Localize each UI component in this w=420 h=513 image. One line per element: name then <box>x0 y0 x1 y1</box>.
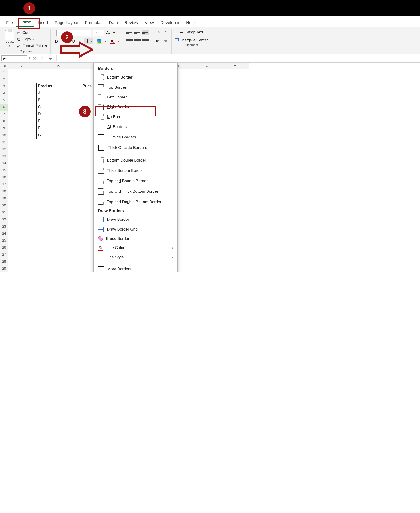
cell[interactable] <box>37 188 81 195</box>
cell[interactable] <box>221 244 249 251</box>
cell[interactable] <box>8 188 37 195</box>
row-header-26[interactable]: 26 <box>0 244 8 251</box>
cell[interactable] <box>37 251 81 258</box>
row-header-4[interactable]: 4 <box>0 90 8 97</box>
row-header-8[interactable]: 8 <box>0 118 8 125</box>
cell[interactable] <box>193 223 221 230</box>
cell[interactable] <box>221 181 249 188</box>
cell[interactable] <box>8 97 37 104</box>
merge-center-button[interactable]: Merge & Center <box>175 38 208 42</box>
row-header-16[interactable]: 16 <box>0 174 8 181</box>
cell[interactable] <box>8 174 37 181</box>
cell[interactable] <box>37 160 81 167</box>
cell[interactable] <box>193 216 221 223</box>
cell[interactable] <box>8 265 37 272</box>
decrease-font-icon[interactable]: A▾ <box>112 30 117 35</box>
row-header-18[interactable]: 18 <box>0 188 8 195</box>
select-all-corner[interactable]: ◢ <box>0 63 8 69</box>
row-header-28[interactable]: 28 <box>0 258 8 265</box>
align-middle-button[interactable] <box>134 30 141 35</box>
cell[interactable] <box>193 83 221 90</box>
font-size-select[interactable] <box>93 30 104 36</box>
row-header-2[interactable]: 2 <box>0 76 8 83</box>
cell[interactable] <box>221 174 249 181</box>
cell[interactable] <box>8 90 37 97</box>
cell[interactable] <box>37 139 81 146</box>
cell[interactable] <box>221 202 249 209</box>
row-header-21[interactable]: 21 <box>0 209 8 216</box>
tab-page-layout[interactable]: Page Layout <box>52 18 82 27</box>
cell[interactable] <box>193 209 221 216</box>
cell[interactable] <box>37 244 81 251</box>
cell[interactable] <box>193 69 221 76</box>
cell[interactable] <box>37 146 81 153</box>
wrap-text-button[interactable]: ↩ Wrap Text <box>180 30 203 35</box>
cell[interactable] <box>8 237 37 244</box>
cell[interactable] <box>37 69 81 76</box>
cell[interactable] <box>193 265 221 272</box>
cell[interactable] <box>8 230 37 237</box>
row-header-14[interactable]: 14 <box>0 160 8 167</box>
row-header-19[interactable]: 19 <box>0 195 8 202</box>
cell[interactable] <box>193 90 221 97</box>
cell[interactable] <box>221 139 249 146</box>
tab-data[interactable]: Data <box>106 18 121 27</box>
menu-left-border[interactable]: Left Border <box>95 92 176 102</box>
cell[interactable] <box>221 195 249 202</box>
cell[interactable] <box>221 251 249 258</box>
cell[interactable] <box>221 104 249 111</box>
cell[interactable] <box>193 258 221 265</box>
cell[interactable] <box>221 153 249 160</box>
cell[interactable] <box>37 181 81 188</box>
tab-formulas[interactable]: Formulas <box>82 18 106 27</box>
cell[interactable] <box>193 160 221 167</box>
cell[interactable] <box>221 167 249 174</box>
cell[interactable] <box>221 146 249 153</box>
menu-bottom-border[interactable]: Bottom Border <box>95 72 176 82</box>
cell[interactable] <box>8 139 37 146</box>
format-painter-button[interactable]: 🖌 Format Painter <box>16 43 47 48</box>
cell[interactable] <box>8 69 37 76</box>
cell[interactable] <box>193 118 221 125</box>
cell[interactable]: D <box>37 111 81 118</box>
cell[interactable] <box>193 97 221 104</box>
cell[interactable] <box>193 244 221 251</box>
cell[interactable] <box>221 111 249 118</box>
row-header-29[interactable]: 29 <box>0 265 8 272</box>
cell[interactable] <box>193 111 221 118</box>
cell[interactable] <box>221 258 249 265</box>
fill-color-button[interactable]: 🪣 <box>97 38 102 44</box>
menu-line-style[interactable]: Line Style› <box>95 253 176 262</box>
row-header-1[interactable]: 1 <box>0 69 8 76</box>
cell[interactable] <box>221 118 249 125</box>
cell[interactable] <box>37 216 81 223</box>
cell[interactable] <box>193 125 221 132</box>
row-header-7[interactable]: 7 <box>0 111 8 118</box>
cell[interactable] <box>193 153 221 160</box>
row-header-15[interactable]: 15 <box>0 167 8 174</box>
menu-outside-borders[interactable]: Outside Borders <box>95 132 176 142</box>
cell[interactable] <box>221 83 249 90</box>
increase-indent-button[interactable]: ⇥ <box>163 38 168 43</box>
copy-button[interactable]: ⧉ Copy ▾ <box>16 37 47 42</box>
tab-file[interactable]: File <box>3 18 16 27</box>
row-header-25[interactable]: 25 <box>0 237 8 244</box>
cell[interactable] <box>8 195 37 202</box>
menu-more-borders[interactable]: More Borders... <box>95 264 176 272</box>
worksheet-grid[interactable]: ◢ A B C D E F G H 123ProductPrice4A5B6C7… <box>0 63 420 272</box>
cell[interactable]: Product <box>37 83 81 90</box>
name-box[interactable] <box>1 55 27 61</box>
row-header-22[interactable]: 22 <box>0 216 8 223</box>
cell[interactable] <box>37 258 81 265</box>
align-top-button[interactable] <box>126 30 133 35</box>
menu-line-color[interactable]: ✎Line Color› <box>95 243 176 253</box>
menu-top-and-double-bottom-border[interactable]: Top and Double Bottom Border <box>95 197 176 207</box>
tab-developer[interactable]: Developer <box>157 18 183 27</box>
cell[interactable] <box>221 209 249 216</box>
cell[interactable] <box>193 230 221 237</box>
menu-all-borders[interactable]: All Borders <box>95 122 176 132</box>
cell[interactable] <box>221 265 249 272</box>
cell[interactable] <box>193 76 221 83</box>
menu-erase-border[interactable]: Erase Border <box>95 234 176 243</box>
menu-top-border[interactable]: Top Border <box>95 82 176 92</box>
